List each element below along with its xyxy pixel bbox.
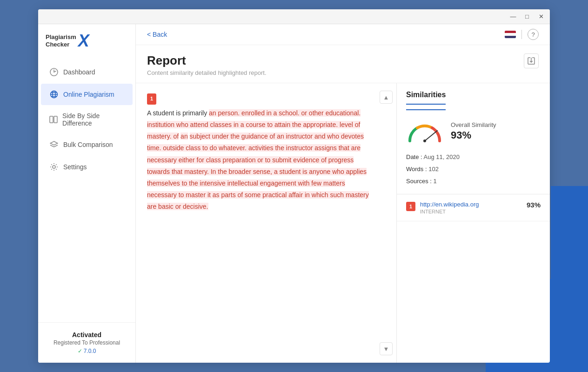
overall-percent: 93% <box>451 129 496 141</box>
source-number: 1 <box>406 202 415 211</box>
sidebar-item-bulk-comparison[interactable]: Bulk Comparison <box>41 134 133 155</box>
activated-label: Activated <box>47 331 127 339</box>
report-body: ▲ 1 A student is primarily an person. en… <box>136 83 550 363</box>
source-type: INTERNET <box>420 209 522 214</box>
sidebar-item-dashboard[interactable]: Dashboard <box>41 61 133 83</box>
source-item[interactable]: 1 http://en.wikipedia.org INTERNET 93% <box>397 194 550 221</box>
similarities-header-wrap: Similarities <box>397 83 550 110</box>
titlebar: — □ ✕ <box>38 9 550 24</box>
highlighted-an: an <box>180 133 188 140</box>
maximize-button[interactable]: □ <box>522 12 532 22</box>
sidebar-nav: Dashboard Online Plagiarism <box>38 60 135 322</box>
logo-x: X <box>78 33 89 49</box>
sidebar-label-dashboard: Dashboard <box>63 68 95 76</box>
topbar: < Back ? <box>136 24 550 45</box>
sidebar-label-online-plagiarism: Online Plagiarism <box>63 91 114 98</box>
gauge-section: Overall Similarity 93% <box>397 110 550 147</box>
page-header: Report Content similarity detailed highl… <box>136 45 550 83</box>
sidebar: Plagiarism Checker X <box>38 24 136 363</box>
help-button[interactable]: ? <box>528 29 539 40</box>
dashboard-icon <box>49 67 59 77</box>
sidebar-item-settings[interactable]: Settings <box>41 156 133 178</box>
date-label: Date : <box>406 153 422 160</box>
checkmark-icon: ✓ <box>78 348 82 354</box>
topbar-icons: ? <box>505 29 539 40</box>
svg-point-11 <box>423 140 426 142</box>
source-badge: 1 <box>147 93 156 105</box>
similarities-panel: Similarities <box>396 83 550 363</box>
svg-point-9 <box>53 166 55 168</box>
similarities-header: Similarities <box>406 91 446 105</box>
sidebar-label-bulk-comparison: Bulk Comparison <box>63 141 113 148</box>
overall-similarity-info: Overall Similarity 93% <box>451 121 496 141</box>
overall-label: Overall Similarity <box>451 121 496 128</box>
scroll-up-button[interactable]: ▲ <box>380 91 393 104</box>
sidebar-item-online-plagiarism[interactable]: Online Plagiarism <box>41 84 133 105</box>
date-value: Aug 11, 2020 <box>424 153 460 160</box>
sources-label: Sources : <box>406 178 432 185</box>
gauge <box>406 120 443 143</box>
gear-icon <box>49 162 59 172</box>
highlighted-are: are basic or decisive. <box>147 203 208 210</box>
back-link[interactable]: < Back <box>147 31 167 38</box>
words-label: Words : <box>406 166 427 173</box>
date-info: Date : Aug 11, 2020 <box>406 151 541 163</box>
logo-line2: Checker <box>46 41 76 48</box>
words-value: 102 <box>428 166 439 173</box>
highlighted-matters: matters <box>323 179 345 187</box>
logo: Plagiarism Checker X <box>38 24 135 60</box>
columns-icon <box>49 115 58 124</box>
export-button[interactable] <box>524 53 539 68</box>
globe-icon <box>49 90 59 99</box>
sources-value: 1 <box>434 178 437 185</box>
version-label: ✓ 7.0.0 <box>47 348 127 354</box>
sources-info: Sources : 1 <box>406 175 541 187</box>
source-url: http://en.wikipedia.org <box>420 201 522 208</box>
page-title: Report <box>147 53 267 68</box>
source-percent: 93% <box>527 201 541 209</box>
meta-info: Date : Aug 11, 2020 Words : 102 Sources … <box>397 147 550 194</box>
topbar-divider <box>521 30 522 39</box>
sidebar-label-settings: Settings <box>63 163 87 171</box>
layers-icon <box>49 140 59 149</box>
highlighted-few: few <box>311 179 321 187</box>
svg-marker-8 <box>50 141 58 145</box>
svg-rect-6 <box>50 116 53 123</box>
svg-line-10 <box>425 131 437 141</box>
text-content: 1 A student is primarily an person. enro… <box>136 83 396 363</box>
highlighted-attend: attend <box>190 121 208 128</box>
sidebar-item-side-by-side[interactable]: Side By Side Difference <box>41 106 133 133</box>
minimize-button[interactable]: — <box>508 12 518 22</box>
highlighted-parts: parts <box>221 191 236 199</box>
close-button[interactable]: ✕ <box>536 12 546 22</box>
sidebar-label-side-by-side: Side By Side Difference <box>62 112 124 127</box>
svg-rect-7 <box>54 116 57 123</box>
registered-label: Registered To Professional <box>47 339 127 346</box>
sidebar-footer: Activated Registered To Professional ✓ 7… <box>38 322 135 363</box>
page-subtitle: Content similarity detailed highlighted … <box>147 69 267 76</box>
words-info: Words : 102 <box>406 163 541 175</box>
report-paragraph: A student is primarily an person. enroll… <box>147 107 373 213</box>
text-panel: ▲ 1 A student is primarily an person. en… <box>136 83 396 363</box>
scroll-down-button[interactable]: ▼ <box>380 342 393 355</box>
highlighted-block2: subject under the guidance of an instruc… <box>147 133 369 210</box>
logo-line1: Plagiarism <box>46 33 76 41</box>
language-flag-icon[interactable] <box>505 31 516 38</box>
main-content: < Back ? Report Content similarity detai… <box>136 24 550 363</box>
source-info: http://en.wikipedia.org INTERNET <box>420 201 522 214</box>
